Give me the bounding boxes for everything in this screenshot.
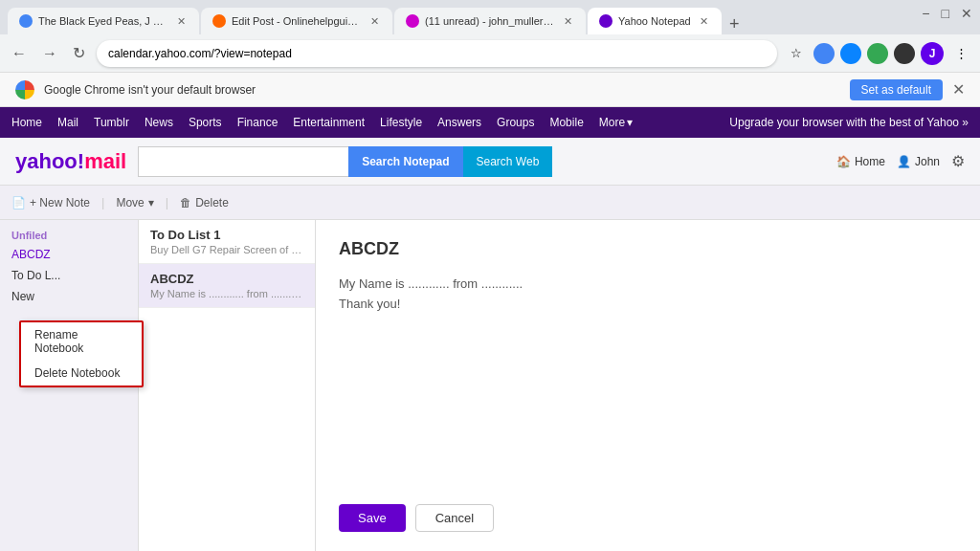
note-preview-abcdz1: My Name is ............ from ...........… bbox=[150, 288, 303, 299]
tab-title-3: (11 unread) - john_muller95@y... bbox=[425, 15, 556, 27]
header-right: 🏠 Home 👤 John ⚙ bbox=[836, 152, 965, 170]
new-tab-button[interactable]: + bbox=[724, 14, 746, 34]
nav-answers[interactable]: Answers bbox=[437, 116, 481, 129]
extension-icon-2[interactable] bbox=[840, 43, 861, 64]
toolbar-separator-2: | bbox=[166, 195, 168, 209]
extension-icon-4[interactable] bbox=[894, 43, 915, 64]
sidebar: Unfiled ABCDZ To Do L... New Rename Note… bbox=[0, 220, 139, 551]
toolbar-separator-1: | bbox=[101, 195, 104, 209]
note-editor: ABCDZ My Name is ............ from .....… bbox=[316, 220, 980, 551]
nav-groups[interactable]: Groups bbox=[497, 116, 534, 129]
move-button[interactable]: Move ▾ bbox=[116, 196, 153, 209]
full-area: 📄 + New Note | Move ▾ | 🗑 Delete Unfiled… bbox=[0, 186, 980, 551]
tab-favicon-4 bbox=[599, 14, 612, 28]
address-bar-row: ← → ↻ ☆ J ⋮ bbox=[0, 34, 980, 73]
note-title-todo1: To Do List 1 bbox=[150, 228, 303, 242]
tab-title-1: The Black Eyed Peas, J Balvi... bbox=[38, 15, 169, 27]
note-item-todo1[interactable]: To Do List 1 Buy Dell G7 Repair Screen o… bbox=[139, 220, 315, 264]
move-label: Move bbox=[116, 196, 144, 209]
nav-more[interactable]: More ▾ bbox=[599, 116, 633, 129]
save-button[interactable]: Save bbox=[339, 504, 406, 532]
context-menu: Rename Notebook Delete Notebook bbox=[19, 320, 144, 387]
extension-icon-1[interactable] bbox=[813, 43, 835, 64]
note-actions: Save Cancel bbox=[339, 495, 957, 532]
tab-favicon-1 bbox=[19, 14, 33, 28]
close-button[interactable]: ✕ bbox=[961, 6, 972, 21]
nav-sports[interactable]: Sports bbox=[189, 116, 222, 129]
tab-close-4[interactable]: ✕ bbox=[698, 13, 710, 30]
nav-mobile[interactable]: Mobile bbox=[549, 116, 583, 129]
nav-upgrade: Upgrade your browser with the best of Ya… bbox=[729, 116, 969, 129]
tab-close-1[interactable]: ✕ bbox=[175, 13, 188, 30]
yahoo-nav: Home Mail Tumblr News Sports Finance Ent… bbox=[0, 107, 980, 138]
search-input[interactable] bbox=[138, 146, 348, 177]
user-icon: 👤 bbox=[897, 155, 911, 168]
nav-entertainment[interactable]: Entertainment bbox=[293, 116, 365, 129]
star-icon[interactable]: ☆ bbox=[785, 42, 808, 65]
context-menu-rename[interactable]: Rename Notebook bbox=[21, 322, 142, 361]
nav-mail[interactable]: Mail bbox=[57, 116, 78, 129]
tab-3[interactable]: (11 unread) - john_muller95@y... ✕ bbox=[394, 8, 586, 34]
nav-home[interactable]: Home bbox=[11, 116, 42, 129]
sidebar-item-todo[interactable]: To Do L... bbox=[0, 266, 138, 285]
search-web-button[interactable]: Search Web bbox=[463, 146, 553, 177]
note-item-abcdz1[interactable]: ABCDZ My Name is ............ from .....… bbox=[139, 264, 315, 308]
default-browser-banner: Google Chrome isn't your default browser… bbox=[0, 73, 980, 107]
maximize-button[interactable]: □ bbox=[942, 6, 949, 21]
note-title-abcdz1: ABCDZ bbox=[150, 272, 303, 286]
refresh-button[interactable]: ↻ bbox=[69, 40, 89, 66]
tab-title-4: Yahoo Notepad bbox=[618, 15, 692, 27]
context-menu-delete[interactable]: Delete Notebook bbox=[21, 361, 142, 386]
notepad-toolbar: 📄 + New Note | Move ▾ | 🗑 Delete bbox=[0, 186, 980, 220]
tab-favicon-3 bbox=[406, 14, 419, 28]
nav-finance[interactable]: Finance bbox=[237, 116, 278, 129]
tab-2[interactable]: Edit Post - Onlinehelpguide —... ✕ bbox=[201, 8, 392, 34]
move-arrow-icon: ▾ bbox=[148, 196, 154, 209]
delete-label: Delete bbox=[195, 196, 229, 209]
address-input[interactable] bbox=[97, 40, 777, 67]
sidebar-item-abcdz[interactable]: ABCDZ bbox=[0, 245, 138, 264]
sidebar-unfiled-label: Unfiled bbox=[0, 228, 138, 243]
extension-icon-3[interactable] bbox=[867, 43, 888, 64]
new-note-button[interactable]: 📄 + New Note bbox=[11, 196, 90, 209]
profile-icon[interactable]: J bbox=[921, 42, 944, 65]
chrome-icon bbox=[15, 80, 34, 99]
window-controls: − □ ✕ bbox=[922, 6, 972, 21]
settings-icon[interactable]: ⚙ bbox=[951, 152, 965, 170]
home-label: Home bbox=[855, 155, 885, 168]
cancel-button[interactable]: Cancel bbox=[415, 504, 494, 532]
notepad-main: Unfiled ABCDZ To Do L... New Rename Note… bbox=[0, 220, 980, 551]
forward-button[interactable]: → bbox=[38, 41, 61, 66]
tab-favicon-2 bbox=[212, 14, 226, 28]
new-note-label: + New Note bbox=[30, 196, 90, 209]
banner-close-button[interactable]: ✕ bbox=[952, 80, 965, 99]
home-icon: 🏠 bbox=[836, 155, 851, 168]
menu-icon[interactable]: ⋮ bbox=[949, 42, 972, 65]
nav-news[interactable]: News bbox=[145, 116, 173, 129]
user-label: John bbox=[915, 155, 940, 168]
minimize-button[interactable]: − bbox=[922, 6, 929, 21]
set-default-button[interactable]: Set as default bbox=[850, 79, 943, 100]
note-editor-title[interactable]: ABCDZ bbox=[339, 239, 957, 259]
tab-4[interactable]: Yahoo Notepad ✕ bbox=[588, 8, 722, 34]
note-preview-todo1: Buy Dell G7 Repair Screen of D... bbox=[150, 244, 303, 255]
tab-close-2[interactable]: ✕ bbox=[368, 13, 381, 30]
back-button[interactable]: ← bbox=[8, 41, 31, 66]
nav-tumblr[interactable]: Tumblr bbox=[94, 116, 129, 129]
sidebar-item-new[interactable]: New bbox=[0, 287, 138, 306]
delete-button[interactable]: 🗑 Delete bbox=[180, 196, 229, 209]
search-notepad-button[interactable]: Search Notepad bbox=[348, 146, 462, 177]
user-button[interactable]: 👤 John bbox=[897, 155, 940, 168]
tab-title-2: Edit Post - Onlinehelpguide —... bbox=[232, 15, 363, 27]
notes-list: To Do List 1 Buy Dell G7 Repair Screen o… bbox=[139, 220, 316, 551]
home-link[interactable]: 🏠 Home bbox=[836, 155, 885, 168]
tab-close-3[interactable]: ✕ bbox=[562, 13, 574, 30]
note-icon: 📄 bbox=[11, 196, 26, 209]
yahoo-header: yahoo!mail Search Notepad Search Web 🏠 H… bbox=[0, 138, 980, 186]
nav-lifestyle[interactable]: Lifestyle bbox=[380, 116, 422, 129]
trash-icon: 🗑 bbox=[180, 196, 191, 209]
tab-1[interactable]: The Black Eyed Peas, J Balvi... ✕ bbox=[8, 8, 199, 34]
banner-text: Google Chrome isn't your default browser bbox=[44, 83, 840, 97]
note-editor-body[interactable]: My Name is ............ from ...........… bbox=[339, 275, 957, 475]
yahoo-logo: yahoo!mail bbox=[15, 149, 126, 174]
